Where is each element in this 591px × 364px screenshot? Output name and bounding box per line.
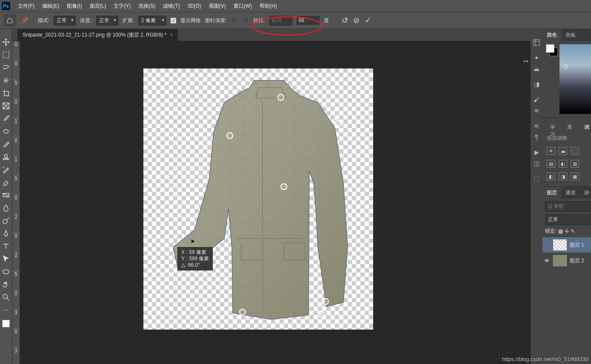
menu-view[interactable]: 视图(V) [206, 1, 229, 11]
rotate-mode[interactable]: 自动 [269, 16, 292, 26]
pin-icon[interactable]: 📌 [20, 16, 29, 25]
healing-tool[interactable] [0, 126, 12, 137]
eyedropper-tool[interactable] [0, 113, 12, 124]
lock-position-icon[interactable]: ✢ [565, 228, 569, 234]
curves-icon[interactable]: ⬚ [571, 147, 579, 155]
blend-mode-select[interactable]: 正常 [545, 214, 591, 225]
warp-pin[interactable] [226, 132, 233, 139]
menu-file[interactable]: 文件(F) [14, 1, 38, 11]
menu-select[interactable]: 选择(S) [135, 1, 159, 11]
hand-tool[interactable] [0, 279, 12, 290]
bw-icon[interactable]: ◧ [547, 173, 555, 180]
histogram-panel-icon[interactable]: ⛰ [531, 64, 542, 74]
fg-bg-color[interactable] [546, 44, 557, 55]
menu-edit[interactable]: 编辑(E) [39, 1, 63, 11]
pin-down-icon[interactable] [242, 17, 249, 24]
warp-pin[interactable] [277, 94, 284, 101]
color-tab[interactable]: 颜色 [542, 29, 561, 41]
mixer-icon[interactable]: ▦ [571, 173, 579, 180]
warp-pin[interactable] [239, 309, 246, 316]
menu-help[interactable]: 帮助(H) [256, 1, 280, 11]
dodge-tool[interactable] [0, 215, 12, 226]
close-tab-icon[interactable]: × [170, 32, 173, 38]
brush-tool[interactable] [0, 139, 12, 150]
lock-all-icon[interactable]: ✎ [571, 228, 575, 234]
stamp-tool[interactable] [0, 151, 12, 162]
vibrance-icon[interactable]: ◐ [559, 160, 567, 168]
layer-row[interactable]: 图层 1 [542, 237, 591, 253]
libraries-tab[interactable]: 库 [563, 121, 577, 132]
warp-pin[interactable] [335, 120, 342, 127]
shape-tool[interactable] [0, 266, 12, 277]
visibility-toggle[interactable] [544, 242, 550, 248]
pin-up-icon[interactable] [231, 17, 238, 24]
rotate-value[interactable]: 66 [297, 16, 320, 25]
eraser-tool[interactable] [0, 177, 12, 188]
warp-pin[interactable] [280, 183, 287, 190]
layer-row[interactable]: 👁 图层 2 [542, 253, 591, 269]
warp-pin[interactable] [318, 311, 325, 318]
character-panel-icon[interactable]: A| [531, 121, 542, 131]
density-select[interactable]: 正常 [96, 16, 118, 26]
canvas[interactable]: ➤ X : 59 像素 Y : 399 像素 △: 66.0° [20, 41, 531, 364]
info-panel-icon[interactable]: ◫ [531, 158, 542, 168]
menu-type[interactable]: 文字(Y) [110, 1, 134, 11]
expand-select[interactable]: 2 像素 [138, 16, 166, 26]
quick-select-tool[interactable] [0, 75, 12, 86]
mode-select[interactable]: 正常 [54, 16, 76, 26]
gradient-tool[interactable] [0, 190, 12, 201]
layer-filter[interactable]: Q 类型 [545, 201, 591, 212]
move-tool[interactable] [0, 37, 12, 48]
paragraph-panel-icon[interactable]: ¶ [531, 132, 542, 142]
zoom-tool[interactable] [0, 292, 12, 303]
showgrid-checkbox[interactable]: ✓ [171, 18, 176, 23]
home-icon[interactable] [3, 14, 16, 26]
panel-collapse-icon[interactable]: ◂◂ [523, 58, 528, 64]
menu-image[interactable]: 图像(I) [63, 1, 85, 11]
menu-window[interactable]: 窗口(W) [230, 1, 255, 11]
adjustments-tab[interactable]: 调 [580, 121, 591, 132]
channels-tab[interactable]: 通道 [561, 187, 580, 199]
navigator-panel-icon[interactable]: ✦ [531, 53, 542, 63]
swatches-tab[interactable]: 色板 [561, 29, 580, 41]
cancel-icon[interactable]: ⊘ [353, 16, 360, 25]
adjustment-icons: ☀ ⛰ ⬚ [546, 145, 591, 157]
brush-settings-icon[interactable]: ≋ [531, 105, 542, 116]
fg-bg-swatch[interactable] [2, 320, 10, 327]
path-select-tool[interactable] [0, 253, 12, 264]
document-tab[interactable]: Snipaste_2021-03-22_21-11-27.png @ 100% … [17, 29, 178, 41]
photo-filter-icon[interactable]: ◨ [559, 173, 567, 180]
reset-icon[interactable]: ↺ [342, 16, 348, 25]
lasso-tool[interactable] [0, 62, 12, 73]
actions-panel-icon[interactable]: ▶ [531, 147, 542, 157]
menu-3d[interactable]: 3D(D) [184, 1, 205, 11]
levels-icon[interactable]: ⛰ [559, 147, 567, 155]
showgrid-label: 显示网格 [180, 17, 201, 24]
exposure-icon[interactable]: ▤ [547, 160, 555, 168]
frame-tool[interactable] [0, 100, 12, 111]
menu-filter[interactable]: 滤镜(T) [160, 1, 183, 11]
edit-toolbar[interactable]: ⋯ [0, 304, 12, 316]
blur-tool[interactable] [0, 202, 12, 213]
menu-layer[interactable]: 图层(L) [86, 1, 110, 11]
history-brush-tool[interactable] [0, 164, 12, 175]
visibility-toggle[interactable]: 👁 [544, 258, 550, 264]
brightness-icon[interactable]: ☀ [547, 147, 555, 155]
color-picker[interactable] [560, 44, 591, 114]
properties-panel-icon[interactable]: ◨ [531, 79, 542, 89]
pen-tool[interactable] [0, 228, 12, 239]
3d-panel-icon[interactable]: ⬚ [531, 173, 542, 184]
puppet-warp-image[interactable]: ➤ [173, 77, 352, 324]
brushes-panel-icon[interactable]: 🖌 [531, 94, 542, 105]
lock-pixels-icon[interactable]: ▦ [558, 228, 563, 234]
history-panel-icon[interactable] [531, 37, 542, 48]
marquee-tool[interactable] [0, 49, 12, 60]
learn-tab[interactable]: 学习 [546, 121, 560, 132]
commit-icon[interactable]: ✓ [365, 16, 371, 25]
paths-tab[interactable]: 跡 [580, 187, 591, 199]
warp-pin[interactable] [322, 298, 329, 305]
type-tool[interactable] [0, 241, 12, 252]
layers-tab[interactable]: 图层 [542, 187, 561, 199]
hue-icon[interactable]: ▥ [571, 160, 579, 168]
crop-tool[interactable] [0, 88, 12, 99]
